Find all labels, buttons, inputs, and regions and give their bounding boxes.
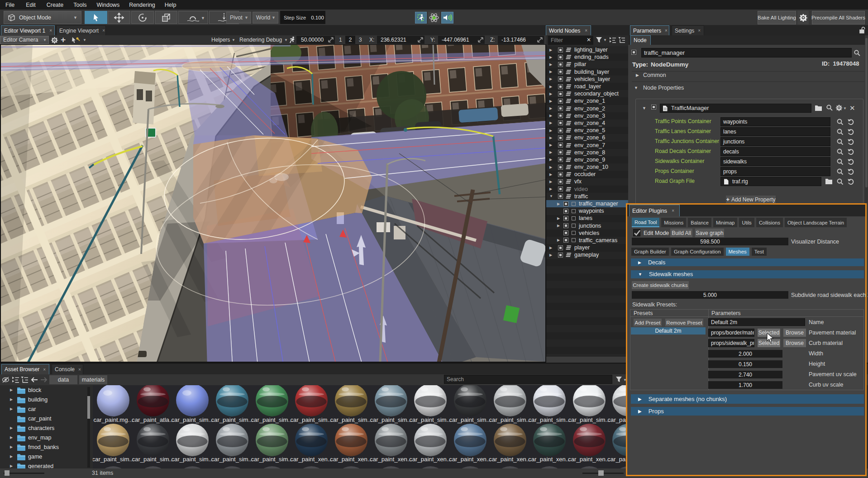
svg-text:car_paint_sim...: car_paint_sim... (132, 456, 174, 463)
svg-text:car_paint.mg...: car_paint.mg... (93, 416, 133, 423)
svg-text:car_paint_xen...: car_paint_xen... (409, 456, 452, 463)
svg-text:car_paint_atla...: car_paint_atla... (132, 416, 174, 423)
svg-text:car_paint_xen...: car_paint_xen... (330, 456, 372, 463)
svg-text:car_paint_sim...: car_paint_sim... (290, 416, 332, 423)
svg-text:car_paint_sim...: car_paint_sim... (449, 416, 491, 423)
svg-text:car_paint_sim...: car_paint_sim... (370, 416, 412, 423)
svg-text:car_paint_sim...: car_paint_sim... (330, 416, 372, 423)
svg-text:car_paint_sim...: car_paint_sim... (528, 416, 570, 423)
svg-text:car_paint_sim...: car_paint_sim... (171, 456, 213, 463)
svg-text:car_paint_sim...: car_paint_sim... (251, 416, 293, 423)
svg-text:car_paint_sim...: car_paint_sim... (211, 456, 253, 463)
svg-text:car_paint_sim...: car_paint_sim... (409, 416, 451, 423)
svg-text:car_paint_sim...: car_paint_sim... (93, 456, 134, 463)
svg-text:car_paint_sim...: car_paint_sim... (211, 416, 253, 423)
svg-text:car_paint_sim...: car_paint_sim... (568, 416, 610, 423)
svg-text:car_paint_sim...: car_paint_sim... (251, 456, 293, 463)
svg-text:car_paint_xen...: car_paint_xen... (370, 456, 412, 463)
svg-text:car_paint_xen...: car_paint_xen... (528, 456, 571, 463)
svg-text:car_paint_xen...: car_paint_xen... (489, 456, 531, 463)
svg-text:car_paint_xen...: car_paint_xen... (449, 456, 491, 463)
svg-text:car_paint_xen...: car_paint_xen... (568, 456, 610, 463)
svg-text:car_paint_sim...: car_paint_sim... (489, 416, 531, 423)
svg-text:car_paint_sim...: car_paint_sim... (171, 416, 213, 423)
svg-text:car_paint_xen...: car_paint_xen... (290, 456, 333, 463)
